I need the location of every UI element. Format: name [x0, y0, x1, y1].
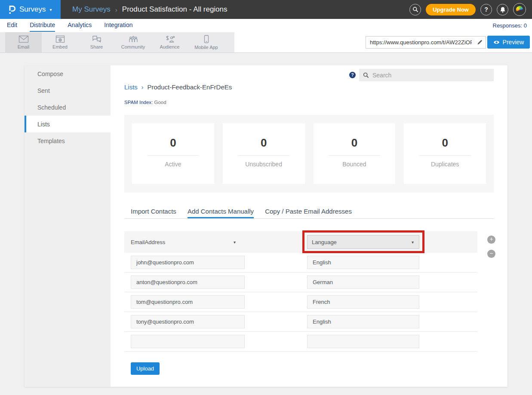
- search-button[interactable]: [409, 4, 421, 15]
- channel-audience[interactable]: Audience: [151, 32, 188, 52]
- help-button[interactable]: ?: [480, 4, 492, 15]
- sidebar-item-lists[interactable]: Lists: [25, 116, 111, 132]
- bell-icon: [500, 6, 506, 13]
- product-switcher[interactable]: Surveys ▾: [0, 0, 61, 19]
- contact-language-input[interactable]: [307, 256, 419, 269]
- tab-integration[interactable]: Integration: [104, 19, 132, 32]
- pencil-icon: [477, 40, 483, 45]
- sidebar-item-templates[interactable]: Templates: [25, 132, 111, 149]
- audience-icon: [165, 35, 175, 43]
- chevron-down-icon: ▾: [412, 240, 414, 245]
- chevron-separator-icon: ›: [115, 6, 117, 13]
- share-icon: [92, 35, 101, 43]
- contacts-rows: [124, 253, 477, 352]
- responses-count[interactable]: Responses: 0: [493, 22, 532, 29]
- chevron-down-icon: ▾: [49, 7, 52, 12]
- channel-toolbar: Email Embed Share Community Audience Mob…: [0, 32, 532, 53]
- search-icon: [412, 6, 418, 12]
- lists-link[interactable]: Lists: [124, 83, 138, 91]
- eye-icon: [493, 40, 500, 45]
- page-title: Product Satisfaction - All regions: [122, 5, 228, 14]
- question-icon: ?: [484, 6, 488, 13]
- channel-share[interactable]: Share: [78, 32, 115, 52]
- preview-button[interactable]: Preview: [487, 36, 530, 49]
- contacts-tabs: Import Contacts Add Contacts Manually Co…: [124, 205, 494, 219]
- contact-email-input[interactable]: [131, 295, 245, 309]
- stat-active: 0Active: [132, 123, 214, 184]
- search-input[interactable]: [372, 72, 490, 79]
- contextual-help-icon[interactable]: ?: [349, 72, 356, 78]
- spam-index: SPAM Index: Good: [124, 100, 166, 105]
- stat-duplicates: 0Duplicates: [404, 123, 486, 184]
- contact-language-input[interactable]: [307, 315, 419, 328]
- topbar: Surveys ▾ My Surveys › Product Satisfact…: [0, 0, 532, 19]
- topbar-actions: Upgrade Now ?: [409, 3, 532, 16]
- tab-distribute[interactable]: Distribute: [30, 19, 55, 32]
- contact-email-input[interactable]: [131, 315, 245, 328]
- sidebar-item-scheduled[interactable]: Scheduled: [25, 99, 111, 116]
- contact-email-input[interactable]: [131, 335, 245, 348]
- main-panel: Compose Sent Scheduled Lists Templates ?…: [25, 65, 507, 387]
- sidebar-item-sent[interactable]: Sent: [25, 82, 111, 99]
- contact-email-input[interactable]: [131, 276, 245, 289]
- tab-add-contacts-manually[interactable]: Add Contacts Manually: [188, 205, 254, 218]
- tab-import-contacts[interactable]: Import Contacts: [131, 205, 176, 218]
- stat-bounced: 0Bounced: [314, 123, 396, 184]
- product-name: Surveys: [19, 5, 46, 14]
- upgrade-now-button[interactable]: Upgrade Now: [426, 4, 476, 15]
- survey-nav: Edit Distribute Analytics Integration Re…: [0, 19, 532, 32]
- sidebar-item-compose[interactable]: Compose: [25, 65, 111, 82]
- email-sidebar: Compose Sent Scheduled Lists Templates: [25, 65, 111, 387]
- list-search: [359, 69, 494, 81]
- stat-unsubscribed: 0Unsubscribed: [223, 123, 305, 184]
- channel-community[interactable]: Community: [115, 32, 151, 52]
- channel-email[interactable]: Email: [5, 32, 42, 52]
- contact-language-input[interactable]: [307, 276, 419, 289]
- channel-embed[interactable]: Embed: [42, 32, 78, 52]
- contact-language-input[interactable]: [307, 335, 419, 348]
- list-name: Product-Feedback-EnFrDeEs: [148, 83, 232, 91]
- list-content: ? Lists › Product-Feedback-EnFrDeEs SPAM…: [111, 65, 507, 387]
- tab-edit[interactable]: Edit: [7, 19, 17, 32]
- edit-url-button[interactable]: [474, 37, 486, 48]
- avatar-logo-icon: [515, 5, 524, 14]
- chevron-down-icon: ▾: [234, 240, 236, 245]
- breadcrumb: My Surveys › Product Satisfaction - All …: [72, 5, 228, 14]
- embed-icon: [55, 35, 65, 43]
- language-column-select[interactable]: Language ▾: [307, 235, 419, 249]
- contact-row: [124, 312, 477, 332]
- email-icon: [18, 35, 29, 43]
- list-stats: 0Active 0Unsubscribed 0Bounced 0Duplicat…: [124, 115, 494, 193]
- chevron-separator-icon: ›: [141, 84, 144, 91]
- contacts-header-row: EmailAddress ▾ Language ▾: [124, 231, 477, 253]
- survey-url-input[interactable]: [366, 39, 474, 46]
- contact-row: [124, 273, 477, 292]
- contact-row: [124, 332, 477, 352]
- email-column-select[interactable]: EmailAddress ▾: [131, 236, 239, 249]
- remove-row-button[interactable]: −: [487, 250, 495, 258]
- breadcrumb-my-surveys[interactable]: My Surveys: [72, 5, 111, 14]
- channel-tabs: Email Embed Share Community Audience Mob…: [0, 32, 234, 52]
- notifications-button[interactable]: [497, 4, 508, 15]
- account-avatar[interactable]: [513, 3, 526, 16]
- tab-copy-paste-emails[interactable]: Copy / Paste Email Addresses: [265, 205, 352, 218]
- contact-language-input[interactable]: [307, 295, 419, 309]
- contact-row: [124, 253, 477, 273]
- channel-mobile-app[interactable]: Mobile App: [188, 32, 224, 52]
- community-icon: [128, 35, 138, 43]
- search-icon: [363, 72, 369, 78]
- add-row-button[interactable]: +: [487, 236, 495, 244]
- mobile-app-icon: [203, 35, 209, 43]
- tab-analytics[interactable]: Analytics: [68, 19, 92, 32]
- contact-row: [124, 292, 477, 312]
- list-breadcrumb: Lists › Product-Feedback-EnFrDeEs: [124, 83, 232, 91]
- questionpro-logo-icon: [7, 4, 15, 15]
- contact-email-input[interactable]: [131, 256, 245, 269]
- survey-url-field: [366, 36, 486, 49]
- upload-button[interactable]: Upload: [131, 362, 160, 375]
